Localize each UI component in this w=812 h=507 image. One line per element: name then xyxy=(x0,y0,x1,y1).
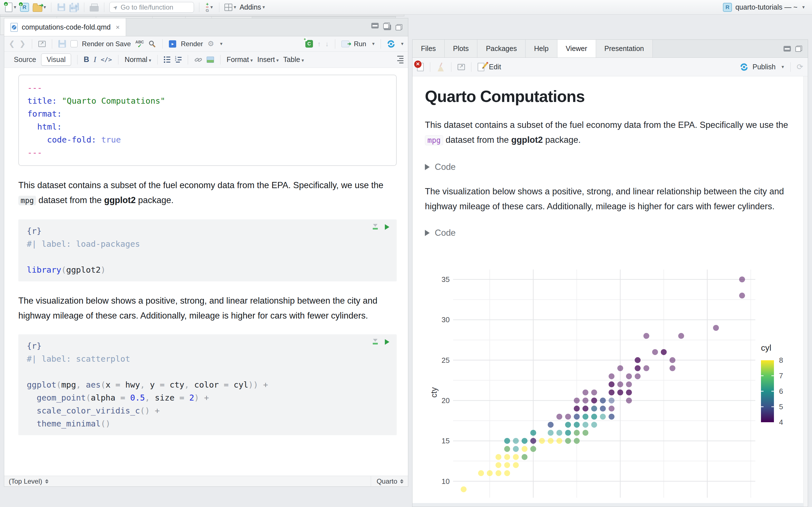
render-icon[interactable]: ▸ xyxy=(169,40,176,48)
editor-content[interactable]: ---title: "Quarto Computations"format: h… xyxy=(4,68,408,476)
spellcheck-icon[interactable]: ABC✓ xyxy=(135,40,144,48)
code-line[interactable]: code-fold: true xyxy=(28,133,388,146)
render-options-caret[interactable]: ▾ xyxy=(220,41,222,47)
publish-label[interactable]: Publish xyxy=(753,63,776,71)
close-tab-icon[interactable]: × xyxy=(116,23,119,31)
maximize-pane-icon[interactable] xyxy=(795,46,802,52)
run-next-icon[interactable]: ↓ xyxy=(325,40,329,48)
gear-icon[interactable]: ⚙ xyxy=(207,40,214,48)
source-mode-button[interactable]: Source xyxy=(9,54,41,65)
open-new-window-icon[interactable] xyxy=(38,41,46,47)
workspace-panes-icon[interactable]: ▾ xyxy=(224,2,236,13)
code-line[interactable]: format: xyxy=(28,107,388,120)
render-on-save-checkbox[interactable] xyxy=(70,40,78,47)
tab-viewer[interactable]: Viewer xyxy=(557,40,596,57)
yaml-front-matter[interactable]: ---title: "Quarto Computations"format: h… xyxy=(18,75,397,166)
tab-files[interactable]: Files xyxy=(412,40,445,57)
clear-viewer-icon[interactable]: ✕ xyxy=(417,63,424,71)
open-file-icon[interactable]: ➜▾ xyxy=(33,2,46,13)
code-line[interactable]: --- xyxy=(28,81,388,94)
sync-menu-caret[interactable]: ▾ xyxy=(401,41,403,47)
code-line[interactable] xyxy=(27,250,388,263)
clear-all-broom-icon[interactable] xyxy=(437,62,445,71)
open-in-new-window-icon[interactable] xyxy=(458,64,465,70)
run-chunks-above-icon[interactable] xyxy=(372,224,378,230)
publish-caret[interactable]: ▾ xyxy=(781,64,784,70)
back-icon[interactable]: ❮ xyxy=(9,40,15,48)
code-chunk-load-packages[interactable]: {r}#| label: load-packages library(ggplo… xyxy=(18,219,397,281)
tab-plots[interactable]: Plots xyxy=(445,40,477,57)
data-point xyxy=(504,438,510,444)
refresh-icon[interactable]: ⟳ xyxy=(797,62,803,71)
link-icon[interactable] xyxy=(194,56,202,64)
data-point xyxy=(530,446,536,452)
run-chunks-above-icon[interactable] xyxy=(372,339,378,345)
viewer-scrollbar[interactable] xyxy=(803,76,808,507)
run-chunk-icon[interactable] xyxy=(385,339,389,345)
data-point xyxy=(556,430,562,436)
run-icon[interactable] xyxy=(342,41,349,47)
tab-presentation[interactable]: Presentation xyxy=(596,40,653,57)
code-line[interactable]: #| label: scatterplot xyxy=(27,352,388,365)
bold-icon[interactable]: B xyxy=(84,55,89,64)
code-line[interactable]: {r} xyxy=(27,339,388,352)
code-line[interactable]: html: xyxy=(28,120,388,133)
project-selector[interactable]: R quarto-tutorials — ~ ▾ xyxy=(723,3,807,12)
forward-icon[interactable]: ❯ xyxy=(19,40,26,48)
code-format-icon[interactable]: </> xyxy=(101,56,112,63)
run-menu-caret[interactable]: ▾ xyxy=(372,41,375,47)
run-previous-icon[interactable]: ↑ xyxy=(317,40,321,48)
run-label[interactable]: Run xyxy=(354,40,366,48)
maximize-pane-icon[interactable] xyxy=(396,24,402,31)
save-icon[interactable] xyxy=(56,2,66,13)
numbered-list-icon[interactable]: 1 2 xyxy=(175,57,182,62)
code-line[interactable]: theme_minimal() xyxy=(27,417,388,430)
code-line[interactable]: --- xyxy=(28,146,388,159)
new-file-icon[interactable]: +▾ xyxy=(5,2,16,13)
new-project-icon[interactable]: R+ xyxy=(20,2,29,13)
image-icon[interactable] xyxy=(207,57,214,63)
code-line[interactable]: library(ggplot2) xyxy=(27,263,388,276)
insert-menu[interactable]: Insert▾ xyxy=(257,55,279,64)
code-fold-toggle-2[interactable]: Code xyxy=(425,228,808,238)
addins-menu[interactable]: Addins▾ xyxy=(240,2,265,13)
goto-file-input[interactable]: ➤ Go to file/function xyxy=(109,2,194,13)
code-line[interactable]: title: "Quarto Computations" xyxy=(28,94,388,107)
visual-mode-button[interactable]: Visual xyxy=(41,54,71,66)
editor-tab[interactable]: computations-code-fold.qmd × xyxy=(4,18,126,36)
source-sync-icon[interactable] xyxy=(387,40,395,48)
search-icon[interactable] xyxy=(148,40,156,48)
code-line[interactable]: {r} xyxy=(27,224,388,237)
italic-icon[interactable]: I xyxy=(94,55,96,64)
maximize-pane-icon[interactable] xyxy=(383,22,390,29)
paragraph-style-dropdown[interactable]: Normal▾ xyxy=(124,55,151,64)
outline-toggle-icon[interactable] xyxy=(397,56,403,63)
minimize-pane-icon[interactable] xyxy=(783,46,791,52)
code-line[interactable]: #| label: load-packages xyxy=(27,237,388,250)
publish-icon[interactable] xyxy=(740,63,748,71)
table-menu[interactable]: Table▾ xyxy=(283,55,304,64)
code-line[interactable]: ggplot(mpg, aes(x = hwy, y = cty, color … xyxy=(27,378,388,391)
version-control-icon[interactable]: +−G▾ xyxy=(204,2,214,13)
code-fold-toggle-1[interactable]: Code xyxy=(425,162,808,172)
print-icon[interactable] xyxy=(89,2,99,13)
render-label[interactable]: Render xyxy=(181,40,203,48)
scope-caret-icon[interactable] xyxy=(45,479,49,484)
code-line[interactable]: scale_color_viridis_c() + xyxy=(27,404,388,417)
doc-type-selector[interactable]: Quarto xyxy=(371,476,403,487)
bullet-list-icon[interactable] xyxy=(164,56,170,63)
code-chunk-scatterplot[interactable]: {r}#| label: scatterplot ggplot(mpg, aes… xyxy=(18,334,397,435)
minimize-pane-icon[interactable] xyxy=(371,23,378,29)
tab-help[interactable]: Help xyxy=(525,40,557,57)
edit-file-icon[interactable] xyxy=(477,63,485,71)
code-line[interactable]: geom_point(alpha = 0.5, size = 2) + xyxy=(27,391,388,404)
insert-chunk-icon[interactable]: C xyxy=(305,40,313,48)
save-all-icon[interactable] xyxy=(69,2,79,13)
save-document-icon[interactable] xyxy=(58,40,66,48)
tab-packages[interactable]: Packages xyxy=(477,40,525,57)
run-chunk-icon[interactable] xyxy=(385,224,389,230)
format-menu[interactable]: Format▾ xyxy=(227,55,253,64)
code-line[interactable] xyxy=(27,365,388,378)
edit-label[interactable]: Edit xyxy=(489,63,501,71)
scope-selector[interactable]: (Top Level) xyxy=(9,477,42,485)
